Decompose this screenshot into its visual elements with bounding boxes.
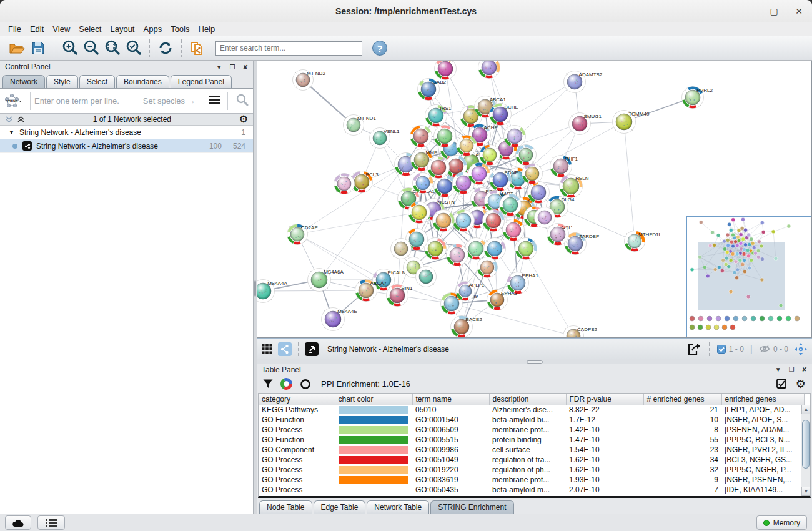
protein-node-cadps2[interactable]: CADPS2: [563, 326, 598, 339]
reset-colors-icon[interactable]: [300, 379, 311, 390]
protein-node-adamts2[interactable]: ADAMTS2: [564, 71, 603, 93]
protein-node[interactable]: [515, 238, 537, 260]
birdseye-view[interactable]: [686, 216, 811, 337]
protein-node[interactable]: [425, 238, 447, 260]
table-panel-close-icon[interactable]: ✘: [802, 366, 807, 373]
refresh-button[interactable]: [156, 39, 175, 57]
network-canvas[interactable]: MT-ND2MT-ND1VSNL1GAB2ADAMTS2SMUG1TOMM40P…: [257, 61, 812, 338]
panel-splitter-horizontal[interactable]: [257, 359, 812, 364]
string-source-selector[interactable]: STRING: [0, 93, 26, 109]
help-button[interactable]: ?: [372, 41, 387, 56]
protein-node[interactable]: [447, 244, 468, 266]
protein-node-tomm40[interactable]: TOMM40: [613, 111, 650, 134]
scroll-up-icon[interactable]: ▲: [801, 405, 811, 414]
cloud-tasks-button[interactable]: [5, 515, 31, 530]
menu-file[interactable]: File: [4, 23, 26, 35]
protein-node-vsnl1[interactable]: VSNL1: [370, 128, 400, 149]
collapse-arrow-icon[interactable]: ▼: [9, 129, 14, 136]
maximize-button[interactable]: ▢: [770, 6, 778, 16]
column-header-FDR-p-value[interactable]: FDR p-value: [566, 394, 643, 405]
tab-style[interactable]: Style: [46, 75, 78, 88]
table-row[interactable]: GO ProcessGO:0033619membrane prot...1.93…: [259, 475, 804, 485]
protein-node-ms4a4e[interactable]: MS4A4E: [322, 308, 357, 331]
protein-node[interactable]: [453, 210, 475, 232]
protein-node[interactable]: [504, 126, 526, 147]
tab-select[interactable]: Select: [79, 75, 115, 88]
protein-node[interactable]: [428, 157, 450, 179]
share-view-icon[interactable]: [278, 342, 292, 356]
protein-node[interactable]: [516, 145, 537, 166]
enrichment-table[interactable]: categorychart colorterm namedescriptionF…: [258, 393, 811, 498]
protein-node[interactable]: [416, 267, 437, 287]
protein-node-bcl3[interactable]: BCL3: [351, 171, 379, 193]
menu-tools[interactable]: Tools: [166, 23, 194, 35]
expand-all-icon[interactable]: [5, 116, 13, 123]
protein-node[interactable]: [334, 174, 355, 194]
menu-view[interactable]: View: [48, 23, 74, 35]
scroll-down-icon[interactable]: ▼: [801, 487, 811, 496]
tab-network-table[interactable]: Network Table: [367, 500, 429, 514]
protein-node-epha3[interactable]: EPHA3: [487, 290, 518, 310]
panel-menu-icon[interactable]: ▼: [216, 64, 222, 71]
panel-float-icon[interactable]: ❒: [230, 64, 235, 71]
menu-select[interactable]: Select: [74, 23, 106, 35]
protein-node[interactable]: [480, 145, 500, 166]
column-header-term-name[interactable]: term name: [412, 394, 489, 405]
zoom-selected-button[interactable]: [124, 39, 143, 57]
protein-node[interactable]: [413, 173, 433, 194]
set-species-link[interactable]: Set species →: [143, 96, 196, 106]
table-row[interactable]: GO ProcessGO:0006509membrane prot...1.42…: [259, 425, 804, 435]
zoom-in-button[interactable]: [61, 39, 79, 57]
tab-string-enrichment[interactable]: STRING Enrichment: [430, 500, 513, 514]
chart-colors-icon[interactable]: [280, 378, 292, 390]
table-row[interactable]: GO ProcessGO:0051049regulation of tra...…: [259, 455, 804, 465]
collapse-all-icon[interactable]: [17, 116, 25, 123]
network-row-selected[interactable]: String Network - Alzheimer's disease 100…: [0, 139, 253, 153]
menu-edit[interactable]: Edit: [26, 23, 48, 35]
protein-node-irs1[interactable]: IRS1: [425, 105, 452, 127]
column-header-category[interactable]: category: [259, 394, 335, 405]
protein-node[interactable]: [503, 219, 525, 241]
tab-boundaries[interactable]: Boundaries: [116, 75, 169, 88]
protein-node[interactable]: [483, 210, 505, 232]
filter-icon[interactable]: [263, 379, 273, 389]
protein-node-gab2[interactable]: GAB2: [418, 79, 447, 101]
table-panel-menu-icon[interactable]: ▼: [775, 366, 781, 373]
column-header-description[interactable]: description: [489, 394, 566, 405]
protein-node-cd2ap[interactable]: CD2AP: [287, 224, 318, 245]
open-session-button[interactable]: [7, 39, 26, 57]
protein-node-mthfd1l[interactable]: MTHFD1L: [625, 231, 662, 252]
clone-network-button[interactable]: [188, 39, 207, 57]
network-panel-gear-icon[interactable]: ⚙: [239, 114, 248, 124]
string-search-button[interactable]: [232, 94, 253, 109]
protein-node-bche[interactable]: BCHE: [490, 104, 518, 126]
table-row[interactable]: GO ProcessGO:0019220regulation of ph...1…: [259, 465, 804, 475]
scrollbar-thumb[interactable]: [802, 420, 810, 469]
protein-node[interactable]: [457, 136, 477, 156]
detach-view-icon[interactable]: [305, 342, 319, 356]
protein-node[interactable]: [391, 239, 412, 259]
protein-node[interactable]: [478, 61, 500, 79]
string-options-button[interactable]: [205, 96, 224, 107]
menu-apps[interactable]: Apps: [139, 23, 167, 35]
protein-node[interactable]: [435, 61, 457, 80]
string-query-input[interactable]: Enter one term per line. Set species →: [34, 96, 197, 106]
task-history-button[interactable]: [37, 515, 65, 530]
protein-node-phf1[interactable]: PHF1: [550, 156, 578, 177]
table-row[interactable]: GO FunctionGO:0001540beta-amyloid bi...1…: [259, 415, 804, 425]
protein-node[interactable]: [434, 126, 456, 147]
table-row[interactable]: KEGG Pathways05010Alzheimer's dise...8.8…: [259, 405, 804, 415]
export-network-icon[interactable]: [686, 342, 701, 356]
table-row[interactable]: GO FunctionGO:0005515protein binding1.47…: [259, 435, 804, 445]
tab-edge-table[interactable]: Edge Table: [314, 500, 366, 514]
grid-view-icon[interactable]: [262, 344, 273, 355]
save-session-button[interactable]: [29, 39, 47, 57]
protein-node[interactable]: [528, 182, 550, 204]
protein-node-bace2[interactable]: BACE2: [451, 316, 483, 338]
column-header--enriched-genes[interactable]: # enriched genes: [643, 394, 721, 405]
protein-node-smug1[interactable]: SMUG1: [569, 113, 602, 135]
table-scrollbar[interactable]: ▲ ▼: [801, 405, 810, 496]
panel-close-icon[interactable]: ✘: [243, 64, 248, 71]
protein-node[interactable]: [522, 164, 543, 184]
protein-node-pvrl2[interactable]: PVRL2: [682, 87, 713, 109]
